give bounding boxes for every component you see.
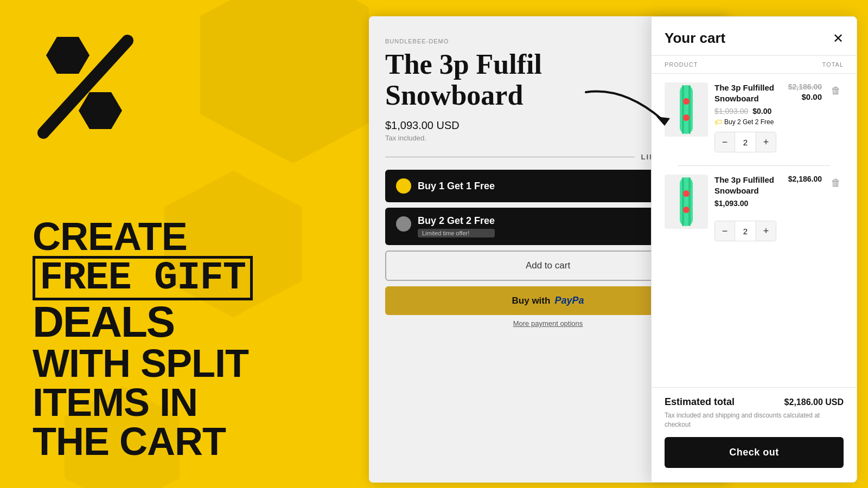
cart-title: Your cart [665,30,725,47]
svg-marker-4 [79,92,122,129]
estimated-total-row: Estimated total $2,186.00 USD [665,396,844,408]
limited-badge: Limited time offer! [418,229,495,237]
deal-btn-2-content: Buy 2 Get 2 Free Limited time offer! [418,215,495,237]
cart-close-button[interactable]: ✕ [833,31,844,46]
item-1-price-original: $1,093.00 [714,107,748,115]
item-2-price-block: $2,186.00 [784,175,822,183]
item-2-qty-plus[interactable]: + [756,221,776,241]
deal-btn-1-radio [396,178,411,194]
item-2-name: The 3p Fulfilled Snowboard [714,175,777,196]
item-1-qty-plus[interactable]: + [756,132,776,152]
svg-point-14 [683,190,690,197]
item-1-total-struck: $2,186.00 [784,82,822,91]
col-total-header: TOTAL [822,61,844,68]
buy-with-label: Buy with [512,296,551,306]
cart-divider [678,165,831,166]
percent-area [27,33,146,141]
item-2-qty-minus[interactable]: − [715,221,735,241]
promo-free-gift: FREE GIFT [33,256,253,300]
cart-panel: Your cart ✕ PRODUCT TOTAL [651,16,857,483]
deal-btn-2-label: Buy 2 Get 2 Free [418,215,495,227]
svg-point-9 [683,98,690,105]
svg-rect-13 [688,177,691,226]
item-2-price: $1,093.00 [714,199,748,208]
item-2-qty-value: 2 [735,221,756,241]
checkout-button[interactable]: Check out [665,437,844,468]
item-1-prices: $1,093.00 $0.00 [714,107,777,115]
cart-header: Your cart ✕ [652,17,857,56]
promo-line3: WITH SPLIT [33,344,342,383]
item-2-image [665,175,708,229]
snowboard-image-1 [665,82,708,137]
item-1-price-new: $0.00 [752,107,771,115]
svg-marker-0 [201,0,369,163]
svg-rect-6 [680,85,693,134]
item-1-deal-tag: 🏷 Buy 2 Get 2 Free [714,118,777,126]
hex-bg-top-right [184,0,369,174]
item-2-total: $2,186.00 [784,175,822,183]
item-1-qty-value: 2 [735,132,756,152]
paypal-logo: PayPa [554,295,584,306]
cart-footer: Estimated total $2,186.00 USD Tax includ… [652,387,857,482]
deal-btn-2-radio [396,216,411,232]
item-1-price-block: $2,186.00 $0.00 [784,82,822,101]
promo-text: CREATE FREE GIFT DEALS WITH SPLIT ITEMS … [33,217,342,461]
item-2-details: The 3p Fulfilled Snowboard $1,093.00 − 2… [714,175,777,241]
item-1-qty-control: − 2 + [714,132,776,152]
svg-rect-11 [680,177,693,226]
svg-rect-12 [682,177,684,226]
checkout-label: Check out [729,447,779,458]
svg-rect-7 [682,85,684,134]
item-1-name: The 3p Fulfilled Snowboard [714,82,777,104]
item-1-qty-minus[interactable]: − [715,132,735,152]
item-1-image [665,82,708,137]
cart-item-2: The 3p Fulfilled Snowboard $1,093.00 − 2… [665,175,844,241]
item-2-prices: $1,093.00 [714,199,777,208]
tax-shipping-note: Tax included and shipping and discounts … [665,411,844,429]
item-1-total-new: $0.00 [801,92,822,101]
col-product-header: PRODUCT [665,61,698,68]
add-to-cart-label: Add to cart [526,260,570,271]
item-2-qty-control: − 2 + [714,221,776,241]
right-panel: BUNDLEBEE-DEMO The 3p FulfilSnowboard $1… [369,0,868,488]
svg-marker-3 [46,37,90,74]
item-1-deal-label: Buy 2 Get 2 Free [724,118,774,126]
deal-tag-icon: 🏷 [714,118,722,126]
item-1-delete-button[interactable]: 🗑 [828,82,844,98]
percent-icon [27,33,146,141]
promo-line5: THE CART [33,422,342,461]
svg-point-10 [683,114,690,121]
cart-item-1: The 3p Fulfilled Snowboard $1,093.00 $0.… [665,82,844,152]
item-2-delete-button[interactable]: 🗑 [828,175,844,190]
left-panel: CREATE FREE GIFT DEALS WITH SPLIT ITEMS … [0,0,369,488]
estimated-value: $2,186.00 USD [784,397,844,407]
promo-line1: CREATE [33,217,342,256]
promo-line2: DEALS [33,300,342,344]
item-1-details: The 3p Fulfilled Snowboard $1,093.00 $0.… [714,82,777,152]
cart-items-list: The 3p Fulfilled Snowboard $1,093.00 $0.… [652,74,857,387]
cart-column-headers: PRODUCT TOTAL [652,56,857,74]
svg-rect-8 [688,85,691,134]
estimated-label: Estimated total [665,396,735,408]
promo-line4: ITEMS IN [33,383,342,422]
svg-point-15 [683,207,690,213]
deal-btn-1-label: Buy 1 Get 1 Free [418,181,495,192]
snowboard-image-2 [665,175,708,229]
